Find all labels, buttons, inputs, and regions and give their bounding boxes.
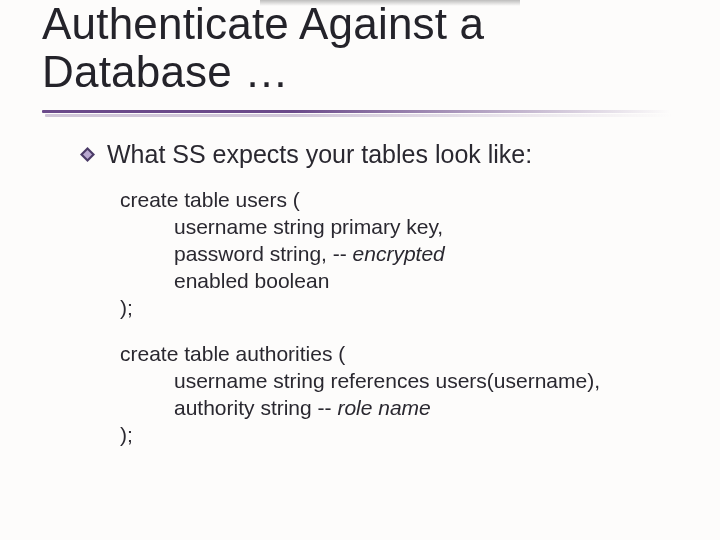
- slide: Authenticate Against a Database … What S…: [0, 0, 720, 540]
- code-line: );: [120, 296, 133, 319]
- code-comment: encrypted: [353, 242, 445, 265]
- title-underline: [42, 110, 674, 128]
- code-block-authorities: create table authorities ( username stri…: [120, 341, 680, 449]
- code-line: enabled boolean: [120, 268, 680, 295]
- code-line: authority string -- role name: [120, 395, 680, 422]
- code-line: create table users (: [120, 188, 300, 211]
- code-comment: role name: [337, 396, 430, 419]
- bullet-text: What SS expects your tables look like:: [107, 140, 532, 169]
- underline-line: [42, 110, 670, 113]
- code-block-users: create table users ( username string pri…: [120, 187, 680, 321]
- code-line: username string references users(usernam…: [120, 368, 680, 395]
- code-line: );: [120, 423, 133, 446]
- underline-shadow: [45, 114, 673, 117]
- code-line: username string primary key,: [120, 214, 680, 241]
- slide-title: Authenticate Against a Database …: [42, 0, 680, 95]
- bullet-item: What SS expects your tables look like:: [80, 140, 680, 169]
- code-line: password string, -- encrypted: [120, 241, 680, 268]
- code-line: create table authorities (: [120, 342, 345, 365]
- slide-body: What SS expects your tables look like: c…: [80, 140, 680, 469]
- diamond-bullet-icon: [80, 147, 95, 162]
